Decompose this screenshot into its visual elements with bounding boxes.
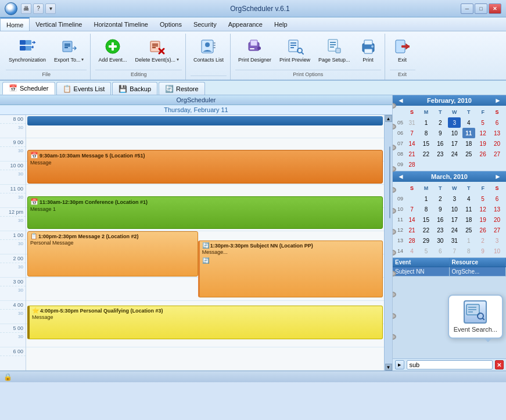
event-conference[interactable]: 📅 11:30am-12:30pm Conference (Location #… <box>27 196 383 229</box>
menu-item-vertical-timeline[interactable]: Vertical Timeline <box>30 17 88 31</box>
export-label: Export To... <box>54 57 80 63</box>
print-preview-button[interactable]: Print Preview <box>277 35 313 66</box>
exit-icon <box>393 37 412 56</box>
tab-scheduler[interactable]: 📅 Scheduler <box>2 82 55 95</box>
svg-rect-12 <box>152 44 158 45</box>
window-controls: ─ □ ✕ <box>461 3 501 14</box>
resource-col-header: Resource <box>450 258 507 267</box>
right-panel: ◄ February, 2010 ► S M T W T F S 0 <box>393 95 506 371</box>
menu-item-home[interactable]: Home <box>0 17 30 31</box>
menu-item-help[interactable]: Help <box>268 17 293 31</box>
status-bar: 🔒 <box>0 371 506 382</box>
scheduler-scrollbar[interactable]: ▲ ▼ <box>384 115 392 371</box>
quick-access-arrow[interactable]: ▾ <box>45 3 56 14</box>
page-setup-icon <box>325 37 343 56</box>
cal-feb-title: February, 2010 <box>427 97 472 104</box>
event-subjectnn[interactable]: 🔄 1:30pm-3:30pm Subject NN (Location PP)… <box>198 240 383 297</box>
menu-item-security[interactable]: Security <box>188 17 223 31</box>
event-col-header: Event <box>393 258 450 267</box>
search-input[interactable] <box>407 360 493 369</box>
delete-event-button[interactable]: Delete Event(s)... ▾ <box>132 35 182 66</box>
print-button[interactable]: Print <box>356 35 381 66</box>
cal-feb-prev[interactable]: ◄ <box>395 96 407 105</box>
tooltip-arrow <box>483 338 493 342</box>
time-half-8: 30 <box>0 123 26 135</box>
event-message5-title: 9:30am-10:30am Message 5 (Location #51) <box>40 153 145 159</box>
add-event-button[interactable]: Add Event... <box>95 35 130 66</box>
tab-bar: 📅 Scheduler 📋 Events List 💾 Backup 🔄 Res… <box>0 81 506 95</box>
backup-tab-icon: 💾 <box>119 85 127 93</box>
time-half-12: 30 <box>0 216 26 228</box>
event-list-header: Event Resource <box>393 258 506 267</box>
time-label-2: 2 00 <box>0 254 26 263</box>
menu-item-horizontal-timeline[interactable]: Horizontal Timeline <box>88 17 154 31</box>
events-list-tab-icon: 📋 <box>63 85 71 93</box>
svg-point-40 <box>371 45 374 48</box>
event-qualifying[interactable]: ⭐ 4:00pm-5:30pm Personal Qualifying (Loc… <box>27 306 383 339</box>
svg-rect-19 <box>213 42 216 44</box>
tab-backup[interactable]: 💾 Backup <box>112 82 157 95</box>
cal-feb-next[interactable]: ► <box>492 96 504 105</box>
sync-button[interactable]: Synchronization <box>6 35 49 66</box>
print-designer-label: Print Designer <box>238 57 271 63</box>
search-clear-btn[interactable]: ✕ <box>495 360 504 369</box>
delete-event-label: Delete Event(s)... <box>135 57 175 63</box>
scheduler-tab-icon: 📅 <box>9 84 17 92</box>
tab-restore[interactable]: 🔄 Restore <box>159 82 205 95</box>
scroll-thumb[interactable] <box>389 146 390 219</box>
event-search-tooltip-label: Event Search... <box>454 326 497 333</box>
ribbon-group-file-content: Synchronization Export To... ▾ <box>6 34 87 69</box>
print-designer-button[interactable]: Print Designer <box>235 35 274 66</box>
export-dropdown-arrow: ▾ <box>81 57 84 62</box>
print-label: Print <box>363 57 374 63</box>
time-slot-11: 11 00 30 <box>0 185 26 208</box>
event-search-tooltip-icon <box>464 300 487 324</box>
time-label-10: 10 00 <box>0 161 26 170</box>
exit-button[interactable]: Exit <box>390 35 415 66</box>
mini-cal-mar: ◄ March, 2010 ► S M T W T F S 09 <box>393 171 506 258</box>
search-expand-btn[interactable]: ► <box>395 360 404 369</box>
export-button[interactable]: Export To... ▾ <box>51 35 87 66</box>
tab-events-list[interactable]: 📋 Events List <box>56 82 112 95</box>
events-column[interactable]: 📅 9:30am-10:30am Message 5 (Location #51… <box>26 115 384 371</box>
menu-item-appearance[interactable]: Appearance <box>223 17 268 31</box>
svg-rect-10 <box>109 45 117 48</box>
cal-mar-next[interactable]: ► <box>492 173 504 181</box>
svg-rect-29 <box>290 47 294 48</box>
svg-rect-25 <box>250 48 254 49</box>
help-quick-btn[interactable]: ? <box>33 3 44 14</box>
maximize-button[interactable]: □ <box>475 3 487 14</box>
time-label-11: 11 00 <box>0 185 26 193</box>
menu-item-options[interactable]: Options <box>154 17 188 31</box>
menu-bar: Home Vertical Timeline Horizontal Timeli… <box>0 17 506 31</box>
svg-rect-36 <box>336 48 340 53</box>
app-title: OrgScheduler v.6.1 <box>59 5 461 13</box>
event-message2[interactable]: 📋 1:00pm-2:30pm Message 2 (Location #2) … <box>27 231 198 277</box>
save-quick-btn[interactable]: 🖶 <box>21 3 31 14</box>
cal-mar-week2: 10 7 8 9 10 11 12 13 <box>394 204 505 214</box>
cal-mar-week3: 11 14 15 16 17 18 19 20 <box>394 214 505 225</box>
delete-event-icon <box>148 37 166 56</box>
close-button[interactable]: ✕ <box>489 3 501 14</box>
time-half-4: 30 <box>0 309 26 321</box>
minimize-button[interactable]: ─ <box>461 3 473 14</box>
cal-mar-prev[interactable]: ◄ <box>395 173 407 181</box>
svg-point-24 <box>257 46 261 50</box>
event-list-row-1[interactable]: Subject NN OrgSche... <box>393 267 506 277</box>
event-blue-8am[interactable] <box>27 116 383 125</box>
lock-icon: 🔒 <box>3 373 12 381</box>
scheduler-tab-label: Scheduler <box>20 85 49 92</box>
event-conference-msg: Message 1 <box>30 206 380 212</box>
event-message5[interactable]: 📅 9:30am-10:30am Message 5 (Location #51… <box>27 150 383 184</box>
time-slot-6: 6 00 <box>0 347 26 371</box>
time-slot-5: 5 00 30 <box>0 324 26 347</box>
time-slot-9: 9 00 30 <box>0 138 26 161</box>
time-label-8: 8 00 <box>0 115 26 123</box>
page-setup-button[interactable]: Page Setup... <box>315 35 353 66</box>
sync-icon <box>18 37 37 56</box>
time-label-4: 4 00 <box>0 301 26 309</box>
contacts-list-button[interactable]: Contacts List <box>191 35 227 66</box>
scroll-up-btn[interactable]: ▲ <box>385 115 392 122</box>
cal-mar-week6: 14 4 5 6 7 8 9 10 <box>394 246 505 256</box>
scroll-down-btn[interactable]: ▼ <box>385 364 392 371</box>
